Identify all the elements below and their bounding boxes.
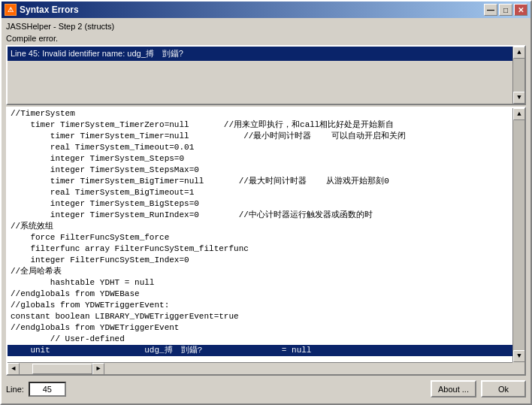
ok-button[interactable]: Ok [481, 380, 526, 397]
code-line: timer TimerSystem_TimerZero=null //用来立即执… [8, 119, 512, 131]
code-line: //globals from YDWETriggerEvent: [8, 300, 512, 311]
code-container: //TimerSystem timer TimerSystem_TimerZer… [6, 107, 526, 376]
error-box: Line 45: Invalid identifier name: udg_搏 … [6, 45, 526, 105]
code-line: filterfunc array FilterFuncSyStem_filter… [8, 243, 512, 255]
status-info: Compile error. [6, 33, 526, 44]
close-button[interactable]: ✕ [514, 4, 527, 16]
code-scroll-down-btn[interactable]: ▼ [513, 350, 525, 362]
code-line: timer TimerSystem_BigTimer=null //最大时间计时… [8, 176, 512, 187]
title-bar-left: ⚠ Syntax Errors [5, 4, 79, 16]
window-icon: ⚠ [5, 4, 17, 16]
code-scroll-track-v [513, 120, 524, 350]
title-buttons: — □ ✕ [484, 4, 527, 16]
code-line: timer TimerSystem_Timer=null //最小时间计时器 可… [8, 131, 512, 142]
code-area: //TimerSystem timer TimerSystem_TimerZer… [8, 108, 512, 362]
code-line: integer TimerSystem_RunIndex=0 //中心计时器运行… [8, 210, 512, 221]
code-line: //endglobals from YDWEBase [8, 289, 512, 300]
scroll-track-v [513, 59, 524, 92]
code-scrollbar-h: ◄ ► [8, 362, 512, 374]
code-line: hashtable YDHT = null [8, 277, 512, 289]
code-scroll-thumb-h[interactable] [32, 364, 92, 374]
title-bar: ⚠ Syntax Errors — □ ✕ [2, 2, 530, 18]
bottom-bar: Line: About ... Ok [6, 377, 526, 399]
scroll-corner [512, 362, 524, 374]
minimize-button[interactable]: — [484, 4, 497, 16]
code-line: real TimerSystem_Timeout=0.01 [8, 142, 512, 153]
scroll-down-btn[interactable]: ▼ [513, 92, 525, 104]
code-scroll-up-btn[interactable]: ▲ [513, 108, 525, 120]
about-button[interactable]: About ... [431, 380, 476, 397]
window-body: JASSHelper - Step 2 (structs) Compile er… [2, 18, 530, 403]
code-line: //系统效组 [8, 221, 512, 232]
code-line: integer FilterFuncSyStem_Index=0 [8, 255, 512, 266]
scroll-up-btn[interactable]: ▲ [513, 47, 525, 59]
code-line: real TimerSystem_BigTimeout=1 [8, 187, 512, 198]
code-line: //TimerSystem [8, 108, 512, 119]
code-line: integer TimerSystem_BigSteps=0 [8, 198, 512, 210]
syntax-errors-window: ⚠ Syntax Errors — □ ✕ JASSHelper - Step … [0, 0, 532, 405]
code-line: integer TimerSystem_Steps=0 [8, 153, 512, 165]
code-scrollbar-v: ▲ ▼ [512, 108, 524, 362]
error-message: Line 45: Invalid identifier name: udg_搏 … [8, 47, 524, 61]
window-title: Syntax Errors [20, 5, 79, 15]
code-line: force FilterFuncSyStem_force [8, 232, 512, 243]
code-line: integer TimerSystem_StepsMax=0 [8, 165, 512, 176]
code-line: //endglobals from YDWETriggerEvent [8, 322, 512, 334]
code-line: // User-defined [8, 334, 512, 345]
code-line: //全局哈希表 [8, 266, 512, 277]
line-label: Line: [6, 385, 24, 394]
code-line: unit udg_搏 剴鑷? = null [8, 345, 512, 356]
line-input[interactable] [29, 382, 66, 397]
error-scrollbar-v: ▲ ▼ [512, 47, 524, 104]
code-scroll-right-btn[interactable]: ► [92, 363, 104, 375]
step-info: JASSHelper - Step 2 (structs) [6, 21, 526, 32]
maximize-button[interactable]: □ [499, 4, 512, 16]
code-scroll-left-btn[interactable]: ◄ [8, 363, 20, 375]
code-line: constant boolean LIBRARY_YDWETriggerEven… [8, 311, 512, 322]
